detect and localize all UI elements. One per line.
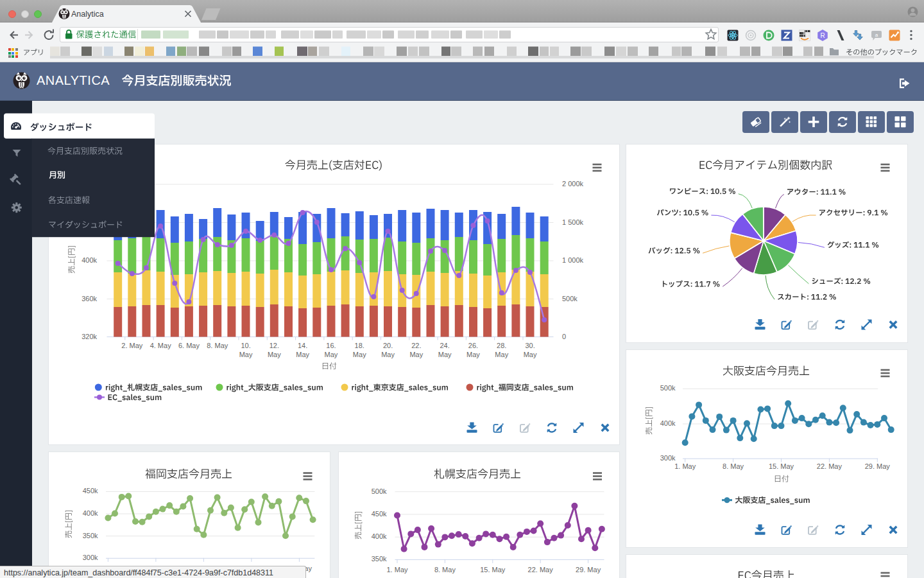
svg-text:a: a: [875, 32, 878, 38]
svg-text:R: R: [820, 32, 825, 39]
